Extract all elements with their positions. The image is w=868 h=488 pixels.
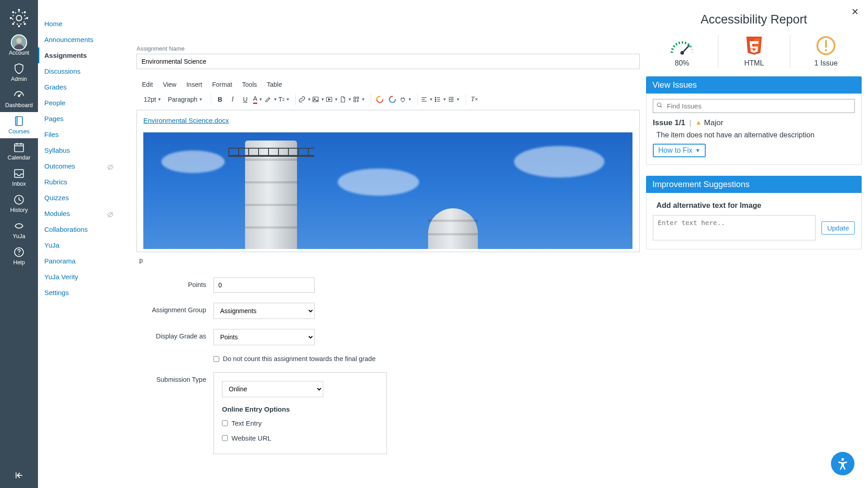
clear-formatting-button[interactable]: T✕ [469,94,481,105]
course-nav: Home Announcements Assignments Discussio… [38,0,120,488]
italic-button[interactable]: I [226,94,238,105]
collapse-nav-button[interactable] [0,464,38,488]
course-nav-yujaverity[interactable]: YuJa Verity [38,269,120,285]
svg-point-0 [16,15,22,21]
svg-point-1 [13,12,25,24]
nav-calendar[interactable]: Calendar [0,138,38,164]
nav-courses[interactable]: Courses [0,112,38,138]
assignment-name-input[interactable] [137,54,640,69]
course-nav-grades[interactable]: Grades [38,79,120,95]
course-nav-home[interactable]: Home [38,16,120,32]
course-nav-modules[interactable]: Modules [38,206,120,221]
highlight-button[interactable]: ▼ [264,94,277,105]
course-nav-announcements[interactable]: Announcements [38,32,120,47]
nav-admin[interactable]: Admin [0,60,38,86]
course-nav-rubrics[interactable]: Rubrics [38,174,120,190]
course-nav-quizzes[interactable]: Quizzes [38,190,120,206]
menu-insert[interactable]: Insert [186,81,202,88]
svg-point-10 [16,38,22,43]
update-button[interactable]: Update [821,221,855,235]
help-icon [0,246,38,258]
nav-courses-label: Courses [0,128,38,135]
entry-text-checkbox[interactable] [222,420,228,426]
superscript-button[interactable]: T2▼ [278,94,290,105]
block-style-picker[interactable]: Paragraph▼ [165,94,205,105]
menu-table[interactable]: Table [267,81,282,88]
media-button[interactable]: ▼ [326,94,338,105]
brand-logo[interactable] [8,7,30,29]
score-value: 80% [646,59,718,67]
nav-history[interactable]: History [0,191,38,217]
how-to-fix-button[interactable]: How to Fix ▼ [653,144,706,157]
menu-format[interactable]: Format [212,81,232,88]
close-button[interactable]: ✕ [851,6,859,17]
external-tool-1[interactable] [374,94,386,105]
course-nav-panorama[interactable]: Panorama [38,253,120,269]
display-grade-label: Display Grade as [137,329,213,340]
document-icon [339,96,346,103]
course-nav-assignments[interactable]: Assignments [38,47,120,63]
document-button[interactable]: ▼ [339,94,352,105]
chevron-down-icon: ▼ [273,97,277,102]
course-nav-syllabus[interactable]: Syllabus [38,142,120,158]
alt-text-input[interactable] [653,215,816,240]
align-button[interactable]: ▼ [420,94,433,105]
view-issues-header: View Issues [646,76,862,94]
clock-icon [0,193,38,206]
svg-point-38 [435,99,436,100]
hidden-icon [107,211,114,220]
accessibility-icon [836,457,849,470]
view-issues-section: View Issues Issue 1/1 | ▲ Major The item… [646,76,862,165]
swirl-icon [376,95,384,103]
find-issues-input[interactable] [653,99,855,113]
points-input[interactable] [213,277,315,293]
plugin-button[interactable]: ▼ [399,94,412,105]
menu-edit[interactable]: Edit [142,81,153,88]
entry-url-checkbox[interactable] [222,435,228,441]
chevron-down-icon: ▼ [259,97,263,102]
display-grade-select[interactable]: Points [213,329,315,345]
nav-dashboard[interactable]: Dashboard [0,86,38,112]
attached-document-link[interactable]: Environmental Science.docx [143,117,229,124]
assignment-group-select[interactable]: Assignments [213,303,315,319]
course-nav-outcomes[interactable]: Outcomes [38,158,120,174]
bold-button[interactable]: B [214,94,226,105]
course-nav-collaborations[interactable]: Collaborations [38,221,120,237]
menu-tools[interactable]: Tools [242,81,257,88]
nav-account[interactable]: Account [0,33,38,60]
menu-view[interactable]: View [163,81,176,88]
entry-url-label: Website URL [231,434,271,442]
no-count-checkbox[interactable] [213,356,219,362]
list-button[interactable]: ▼ [434,94,447,105]
svg-point-5 [26,17,28,19]
accessibility-fab[interactable] [831,452,854,475]
nav-inbox[interactable]: Inbox [0,164,38,191]
apps-button[interactable]: ▼ [353,94,365,105]
image-button[interactable]: ▼ [312,94,325,105]
font-size-picker[interactable]: 12pt▼ [141,94,164,105]
nav-yuja[interactable]: YuJa [0,217,38,243]
course-nav-pages[interactable]: Pages [38,111,120,127]
course-nav-files[interactable]: Files [38,127,120,142]
score-metric: 80% [646,35,718,67]
nav-help[interactable]: Help [0,243,38,269]
content-image[interactable] [143,132,632,249]
suggestions-section: Improvement Suggestions Add alternative … [646,176,862,249]
underline-button[interactable]: U [239,94,251,105]
course-nav-discussions[interactable]: Discussions [38,63,120,79]
course-nav-modules-label: Modules [44,210,70,217]
yuja-icon [0,220,38,232]
submission-type-select[interactable]: Online [222,381,323,397]
nav-admin-label: Admin [0,76,38,82]
editor-canvas[interactable]: Environmental Science.docx [137,110,640,252]
course-nav-yuja[interactable]: YuJa [38,237,120,253]
course-nav-people[interactable]: People [38,95,120,111]
align-icon [420,96,428,103]
course-nav-settings[interactable]: Settings [38,285,120,300]
indent-button[interactable]: ▼ [448,94,460,105]
svg-point-3 [18,25,20,28]
link-button[interactable]: ▼ [298,94,311,105]
collapse-icon [14,470,24,480]
external-tool-2[interactable] [387,94,398,105]
text-color-button[interactable]: A▼ [252,94,264,105]
